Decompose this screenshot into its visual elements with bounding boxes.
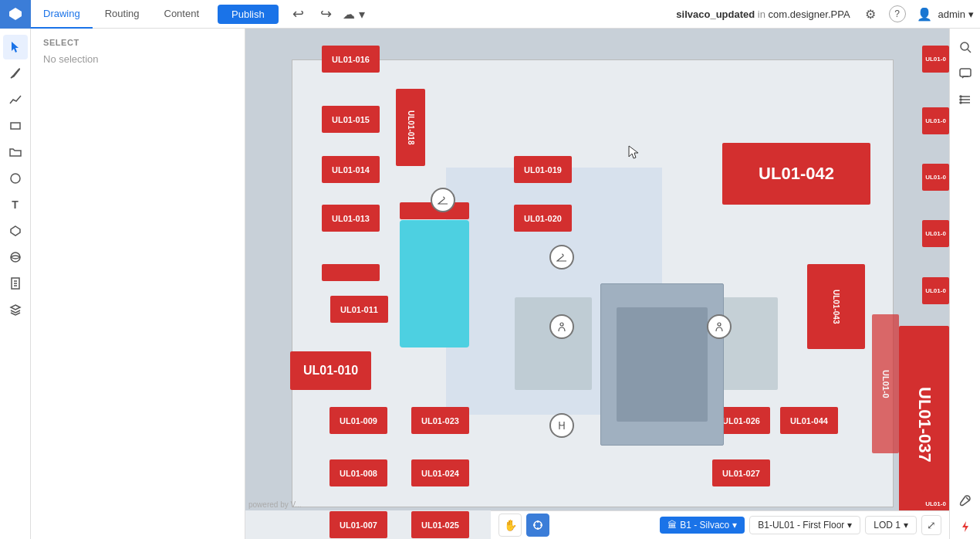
svg-line-19	[966, 497, 969, 500]
svg-rect-1	[11, 123, 20, 129]
map-canvas[interactable]: UL01-016 UL01-015 UL01-018 UL01-014 UL01…	[245, 29, 980, 510]
unit-UL01-015[interactable]: UL01-015	[322, 106, 380, 133]
svg-point-21	[560, 323, 563, 326]
svg-rect-12	[960, 69, 971, 76]
unit-UL01-042[interactable]: UL01-042	[722, 143, 870, 205]
tool-pen[interactable]	[3, 61, 28, 86]
logo-button[interactable]	[0, 0, 31, 29]
svg-marker-3	[11, 226, 20, 236]
list-icon[interactable]	[953, 87, 978, 112]
svg-marker-0	[9, 8, 22, 20]
bottom-bar: ✋ 🏛 B1 - Silvaco ▾ B1-UL01 - First Floor…	[491, 510, 949, 539]
right-toolbar	[949, 29, 980, 539]
panel-no-selection: No selection	[43, 53, 232, 65]
icon-hanger-2	[549, 245, 574, 270]
unit-UL01-009[interactable]: UL01-009	[329, 407, 387, 434]
redo-button[interactable]: ↪	[314, 2, 339, 26]
tab-drawing[interactable]: Drawing	[31, 0, 93, 29]
unit-UL01-011[interactable]: UL01-011	[330, 296, 388, 323]
svg-marker-9	[11, 305, 20, 310]
unit-UL01-027[interactable]: UL01-027	[712, 459, 770, 486]
user-menu[interactable]: admin ▾	[938, 8, 974, 20]
svg-point-4	[11, 253, 20, 262]
unit-partial-right-2: UL01-0	[922, 107, 949, 134]
file-title: silvaco_updated in com.designer.PPA	[676, 8, 850, 20]
unit-UL01-partial: UL01-0	[872, 314, 899, 453]
svg-marker-20	[962, 521, 968, 532]
help-icon[interactable]: ?	[889, 5, 906, 22]
unit-UL01-014[interactable]: UL01-014	[322, 156, 380, 183]
panel-section-title: SELECT	[43, 38, 232, 47]
unit-partial-right-4: UL01-0	[922, 220, 949, 247]
tab-content[interactable]: Content	[152, 0, 212, 29]
unit-UL01-024[interactable]: UL01-024	[411, 459, 469, 486]
floor-selector[interactable]: B1-UL01 - First Floor ▾	[749, 516, 860, 534]
icon-food-1	[549, 413, 574, 438]
icon-person-1	[549, 314, 574, 339]
unit-UL01-007[interactable]: UL01-007	[329, 511, 387, 538]
unit-UL01-020[interactable]: UL01-020	[514, 205, 572, 232]
svg-point-16	[960, 96, 961, 97]
unit-UL01-016[interactable]: UL01-016	[322, 46, 380, 73]
cloud-button[interactable]: ☁ ▾	[342, 2, 367, 26]
undo-button[interactable]: ↩	[286, 2, 311, 26]
tab-routing[interactable]: Routing	[93, 0, 152, 29]
unit-partial-top-right: UL01-0	[922, 46, 949, 73]
unit-UL01-025[interactable]: UL01-025	[411, 511, 469, 538]
svg-point-2	[11, 174, 20, 183]
tools-icon[interactable]	[953, 488, 978, 513]
svg-point-17	[960, 99, 961, 100]
icon-person-2	[707, 314, 732, 339]
tool-circle[interactable]	[3, 166, 28, 191]
user-icon[interactable]: 👤	[912, 2, 937, 26]
svg-line-11	[968, 49, 971, 53]
settings-icon[interactable]: ⚙	[858, 2, 883, 26]
side-panel: SELECT No selection	[31, 29, 245, 539]
cursor-indicator	[627, 144, 641, 164]
tool-text[interactable]: T	[3, 192, 28, 217]
tool-rectangle[interactable]	[3, 114, 28, 138]
unit-UL01-013[interactable]: UL01-013	[322, 205, 380, 232]
pool-area	[400, 220, 469, 347]
hand-tool-button[interactable]: ✋	[498, 514, 522, 537]
unit-UL01-010[interactable]: UL01-010	[290, 351, 371, 390]
unit-UL01-043[interactable]: UL01-043	[807, 264, 865, 349]
unit-UL01-023[interactable]: UL01-023	[411, 407, 469, 434]
crosshair-tool-button[interactable]	[526, 514, 549, 537]
icon-hanger-1	[431, 188, 455, 212]
powered-by: powered by V...	[248, 500, 302, 509]
central-service	[600, 283, 724, 446]
building-selector[interactable]: 🏛 B1 - Silvaco ▾	[660, 517, 745, 534]
tool-analytics[interactable]	[3, 87, 28, 112]
service-area-1	[515, 297, 592, 390]
publish-button[interactable]: Publish	[218, 5, 279, 24]
search-icon[interactable]	[953, 35, 978, 59]
chat-icon[interactable]	[953, 61, 978, 86]
left-toolbar: T	[0, 29, 31, 539]
flash-icon[interactable]	[953, 514, 978, 539]
tool-document[interactable]	[3, 271, 28, 296]
unit-red-small-1	[322, 264, 380, 281]
unit-UL01-044[interactable]: UL01-044	[780, 407, 838, 434]
map-area[interactable]: UL01-016 UL01-015 UL01-018 UL01-014 UL01…	[245, 29, 980, 539]
unit-UL01-008[interactable]: UL01-008	[329, 459, 387, 486]
tool-folder[interactable]	[3, 140, 28, 164]
tool-select[interactable]	[3, 35, 28, 59]
tool-layers[interactable]	[3, 297, 28, 322]
top-navigation: Drawing Routing Content Publish ↩ ↪ ☁ ▾ …	[0, 0, 980, 29]
lod-selector[interactable]: LOD 1 ▾	[865, 516, 917, 534]
unit-partial-right-5: UL01-0	[922, 277, 949, 304]
svg-point-10	[961, 42, 968, 50]
unit-UL01-018[interactable]: UL01-018	[396, 89, 425, 166]
expand-button[interactable]: ⤢	[921, 515, 941, 535]
svg-point-18	[960, 102, 961, 103]
unit-UL01-019[interactable]: UL01-019	[514, 156, 572, 183]
unit-partial-right-3: UL01-0	[922, 164, 949, 191]
svg-point-22	[718, 323, 721, 326]
tool-3d[interactable]	[3, 219, 28, 243]
tool-face[interactable]	[3, 245, 28, 270]
